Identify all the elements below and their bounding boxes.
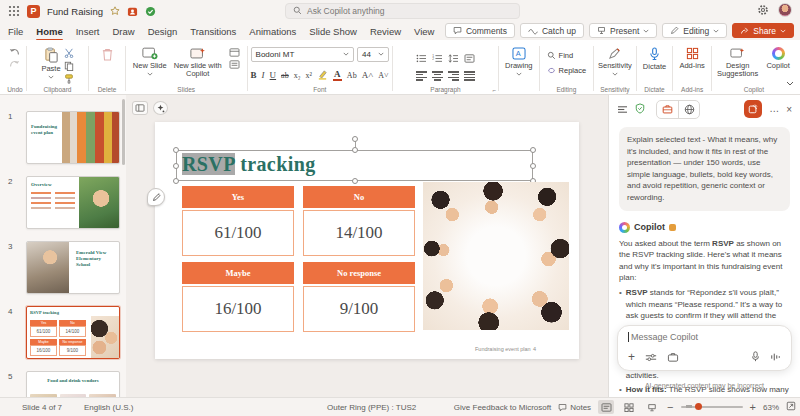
- tab-slide-show[interactable]: Slide Show: [309, 26, 357, 37]
- dictate-button[interactable]: Dictate: [643, 45, 666, 71]
- voice-mic-icon[interactable]: [751, 348, 760, 366]
- table-col-no-response[interactable]: No response 9/100: [303, 262, 415, 332]
- align-center-button[interactable]: [432, 71, 443, 80]
- slideshow-view-button[interactable]: [644, 400, 660, 414]
- thumbnail-slide-4-selected[interactable]: 4 RSVP tracking Yes61/100 No14/100 Maybe…: [8, 306, 120, 359]
- delete-button[interactable]: [101, 45, 114, 62]
- table-header[interactable]: Maybe: [182, 262, 294, 284]
- resize-handle[interactable]: [173, 147, 179, 153]
- tune-options-icon[interactable]: [645, 348, 657, 366]
- cut-icon[interactable]: [64, 48, 74, 58]
- thumbnail-slide-1[interactable]: 1 Fundraising event plan: [8, 111, 120, 164]
- resize-handle[interactable]: [173, 163, 179, 169]
- new-slide-with-copilot-button[interactable]: New slide with Copilot: [170, 45, 226, 79]
- normal-view-button[interactable]: [598, 400, 614, 414]
- tab-draw[interactable]: Draw: [112, 26, 134, 37]
- quick-edit-pencil-button[interactable]: [147, 188, 165, 206]
- tab-file[interactable]: File: [8, 26, 23, 37]
- hide-thumbnails-icon[interactable]: [132, 101, 148, 115]
- feedback-link[interactable]: Give Feedback to Microsoft: [454, 403, 551, 412]
- shield-check-icon[interactable]: [635, 100, 645, 118]
- copilot-button[interactable]: Copilot: [763, 45, 793, 70]
- copilot-input-card[interactable]: Message Copilot +: [617, 325, 792, 371]
- shrink-font-button[interactable]: A˅: [378, 71, 388, 80]
- align-right-button[interactable]: [448, 71, 459, 80]
- resize-handle[interactable]: [173, 178, 179, 184]
- tab-home[interactable]: Home: [36, 26, 62, 37]
- format-painter-icon[interactable]: [64, 74, 74, 84]
- drawing-button[interactable]: A Drawing: [505, 45, 533, 76]
- superscript-button[interactable]: x²: [305, 71, 311, 80]
- table-col-yes[interactable]: Yes 61/100: [182, 186, 294, 256]
- redo-icon[interactable]: [9, 60, 20, 69]
- tab-transitions[interactable]: Transitions: [190, 26, 236, 37]
- table-header[interactable]: No: [303, 186, 415, 208]
- table-value[interactable]: 61/100: [182, 210, 294, 256]
- designer-sparkle-icon[interactable]: [153, 101, 168, 115]
- thumbnail-scrollbar[interactable]: [122, 99, 125, 165]
- font-color-button[interactable]: A: [333, 70, 342, 81]
- text-direction-button[interactable]: [464, 49, 475, 67]
- table-header[interactable]: No response: [303, 262, 415, 284]
- table-col-no[interactable]: No 14/100: [303, 186, 415, 256]
- table-value[interactable]: 9/100: [303, 286, 415, 332]
- share-button[interactable]: Share: [732, 23, 794, 38]
- paragraph-dialog-launcher[interactable]: ⌐: [492, 87, 496, 93]
- tab-insert[interactable]: Insert: [76, 26, 100, 37]
- comments-button[interactable]: Comments: [445, 23, 515, 38]
- tab-review[interactable]: Review: [370, 26, 401, 37]
- table-header[interactable]: Yes: [182, 186, 294, 208]
- justify-button[interactable]: [464, 71, 475, 80]
- thumbnail-slide-5[interactable]: 5 Food and drink vendors: [8, 371, 120, 397]
- hamburger-menu-icon[interactable]: [617, 100, 628, 118]
- resize-handle[interactable]: [352, 178, 358, 184]
- new-slide-button[interactable]: New Slide: [133, 45, 167, 76]
- clear-formatting-button[interactable]: Ab: [347, 71, 357, 80]
- notes-button[interactable]: Notes: [558, 403, 591, 412]
- grow-font-button[interactable]: A˄: [362, 70, 374, 80]
- numbering-button[interactable]: 12: [432, 49, 443, 67]
- document-title[interactable]: Fund Raising: [47, 6, 103, 17]
- present-button[interactable]: Present: [589, 23, 657, 38]
- slide-photo-children[interactable]: [423, 182, 569, 330]
- sensitivity-button[interactable]: Sensitivity: [598, 45, 632, 76]
- highlight-color-button[interactable]: [317, 69, 328, 82]
- reset-slide-icon[interactable]: [229, 60, 240, 69]
- table-value[interactable]: 16/100: [182, 286, 294, 332]
- undo-icon[interactable]: [9, 48, 20, 57]
- tab-view[interactable]: View: [414, 26, 434, 37]
- design-suggestions-button[interactable]: Design Suggestions: [715, 45, 760, 79]
- favorite-star-icon[interactable]: [110, 6, 120, 16]
- copilot-message-input[interactable]: Message Copilot: [628, 332, 781, 342]
- zoom-level[interactable]: 63%: [763, 403, 779, 412]
- voice-output-icon[interactable]: [770, 348, 781, 366]
- align-left-button[interactable]: [416, 71, 427, 80]
- resize-handle[interactable]: [530, 147, 536, 153]
- subscript-button[interactable]: x₂: [294, 71, 301, 80]
- agent-briefcase-icon[interactable]: [667, 348, 679, 366]
- language-selector[interactable]: English (U.S.): [84, 403, 133, 412]
- new-chat-compose-button[interactable]: [744, 100, 762, 118]
- table-value[interactable]: 14/100: [303, 210, 415, 256]
- copilot-search-bar[interactable]: Ask Copilot anything: [285, 3, 520, 19]
- font-name-select[interactable]: Bodoni MT: [251, 47, 354, 62]
- catch-up-button[interactable]: Catch up: [520, 23, 584, 38]
- layout-icon[interactable]: [229, 48, 240, 57]
- italic-button[interactable]: I: [262, 70, 265, 80]
- slide-title-textbox[interactable]: RSVP tracking: [182, 154, 316, 174]
- thumbnail-slide-2[interactable]: 2 Overview: [8, 176, 120, 229]
- resize-handle[interactable]: [530, 163, 536, 169]
- bullets-button[interactable]: [416, 49, 427, 67]
- addins-button[interactable]: Add-ins: [679, 45, 704, 70]
- tab-design[interactable]: Design: [148, 26, 178, 37]
- web-globe-icon[interactable]: [678, 101, 699, 118]
- fit-to-window-icon[interactable]: [786, 401, 796, 413]
- find-button[interactable]: Find: [547, 51, 574, 60]
- resize-handle[interactable]: [352, 147, 358, 153]
- close-panel-icon[interactable]: ×: [786, 104, 792, 115]
- strikethrough-button[interactable]: ab: [281, 71, 289, 80]
- tab-animations[interactable]: Animations: [249, 26, 296, 37]
- user-avatar[interactable]: [778, 3, 792, 17]
- collapse-ribbon-icon[interactable]: [786, 72, 794, 90]
- slide-canvas[interactable]: RSVP tracking Yes 61/100 No 14/100 Maybe…: [155, 122, 579, 359]
